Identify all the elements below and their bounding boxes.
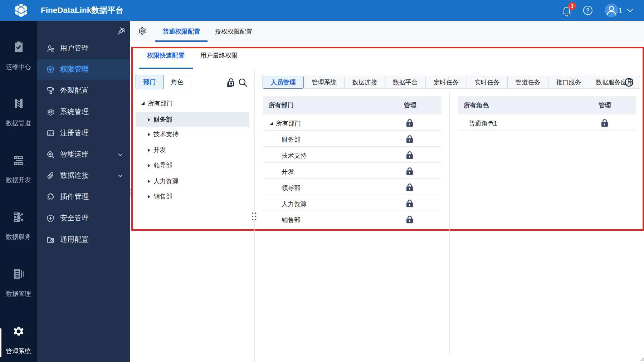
svg-text:?: ? <box>586 8 590 14</box>
